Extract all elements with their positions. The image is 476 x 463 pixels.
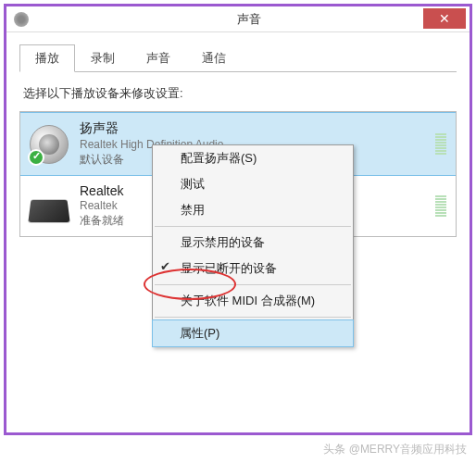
soundcard-icon	[28, 199, 69, 222]
level-meter	[435, 133, 446, 155]
window-title: 声音	[29, 11, 470, 28]
menu-label: 显示已断开的设备	[181, 261, 277, 275]
menu-separator	[155, 284, 351, 285]
tab-communications[interactable]: 通信	[186, 44, 242, 72]
menu-test[interactable]: 测试	[153, 171, 353, 197]
menu-about-midi[interactable]: 关于软件 MIDI 合成器(M)	[153, 288, 353, 314]
level-meter	[435, 195, 446, 217]
tab-sounds[interactable]: 声音	[131, 44, 186, 72]
titlebar: 声音 ✕	[6, 6, 470, 32]
menu-separator	[155, 317, 351, 318]
menu-show-disabled[interactable]: 显示禁用的设备	[153, 230, 353, 256]
menu-properties[interactable]: 属性(P)	[152, 319, 354, 347]
tab-playback[interactable]: 播放	[19, 44, 75, 72]
menu-disable[interactable]: 禁用	[153, 197, 353, 223]
tab-recording[interactable]: 录制	[75, 44, 131, 72]
close-button[interactable]: ✕	[423, 8, 466, 29]
instruction-text: 选择以下播放设备来修改设置:	[23, 85, 457, 102]
menu-separator	[155, 226, 351, 227]
tabs: 播放 录制 声音 通信	[19, 44, 457, 72]
menu-show-disconnected[interactable]: ✔ 显示已断开的设备	[153, 256, 353, 282]
device-name: 扬声器	[80, 120, 428, 137]
menu-configure[interactable]: 配置扬声器(S)	[153, 145, 353, 171]
check-icon: ✔	[160, 259, 170, 273]
context-menu: 配置扬声器(S) 测试 禁用 显示禁用的设备 ✔ 显示已断开的设备 关于软件 M…	[152, 144, 354, 347]
app-icon	[14, 12, 29, 27]
speaker-icon	[30, 125, 69, 164]
default-check-icon	[28, 149, 44, 166]
menu-label: 显示禁用的设备	[181, 235, 265, 249]
watermark: 头条 @MERRY音频应用科技	[323, 442, 467, 457]
